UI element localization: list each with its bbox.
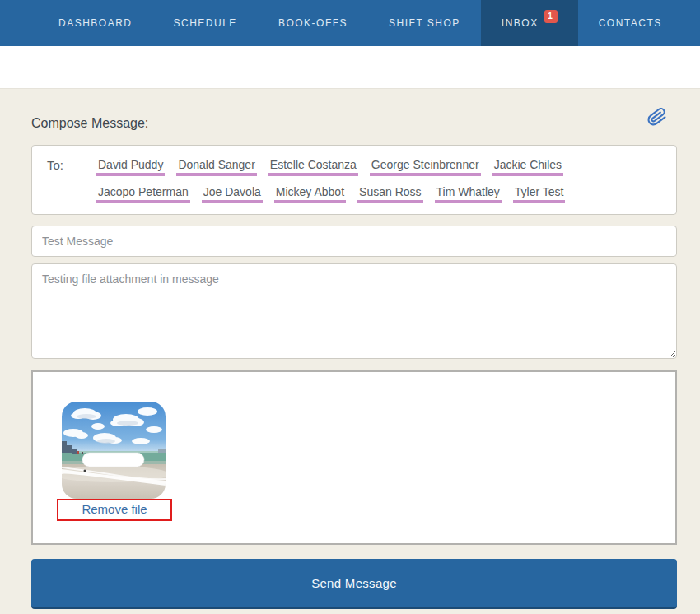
- message-textarea[interactable]: Testing file attachment in message: [31, 263, 677, 359]
- recipients-field[interactable]: To: David PuddyDonald SangerEstelle Cost…: [31, 145, 677, 215]
- header-spacer: [0, 46, 700, 89]
- nav-tab-label: SHIFT SHOP: [389, 17, 460, 29]
- compose-page: Compose Message: To: David PuddyDonald S…: [0, 89, 700, 609]
- recipient-chip[interactable]: Mickey Abbot: [274, 184, 346, 203]
- nav-tab[interactable]: BOOK-OFFS: [258, 0, 368, 46]
- to-label: To:: [47, 155, 96, 203]
- inbox-unread-badge: 1: [544, 10, 558, 23]
- nav-tab-label: SCHEDULE: [174, 17, 237, 29]
- recipient-chip[interactable]: Joe Davola: [202, 184, 263, 203]
- nav-tab[interactable]: CONTACTS: [578, 0, 683, 46]
- nav-tab[interactable]: DASHBOARD: [38, 0, 153, 46]
- nav-tab[interactable]: INBOX1: [481, 0, 578, 46]
- recipient-chip[interactable]: Donald Sanger: [176, 156, 256, 176]
- recipient-chip[interactable]: David Puddy: [96, 156, 165, 176]
- recipient-list: David PuddyDonald SangerEstelle Costanza…: [96, 155, 665, 203]
- recipient-chip[interactable]: Susan Ross: [357, 184, 422, 203]
- nav-tab-label: INBOX: [502, 17, 539, 29]
- recipient-chip[interactable]: George Steinbrenner: [370, 156, 481, 176]
- attachment-thumbnail-beach-photo[interactable]: [62, 402, 166, 499]
- nav-tab[interactable]: SHIFT SHOP: [368, 0, 481, 46]
- remove-file-link[interactable]: Remove file: [82, 502, 147, 516]
- top-nav: DASHBOARDSCHEDULEBOOK-OFFSSHIFT SHOPINBO…: [0, 0, 700, 46]
- subject-input[interactable]: [31, 226, 677, 257]
- attach-file-button[interactable]: [647, 106, 677, 131]
- nav-tab-label: CONTACTS: [599, 17, 662, 29]
- compose-header: Compose Message:: [31, 106, 677, 131]
- attachment-panel: Remove file: [31, 370, 677, 545]
- recipient-chip[interactable]: Jacopo Peterman: [96, 184, 190, 203]
- nav-tab-label: DASHBOARD: [58, 17, 133, 29]
- send-message-button[interactable]: Send Message: [31, 559, 677, 609]
- recipient-chip[interactable]: Estelle Costanza: [268, 156, 358, 176]
- recipient-chip[interactable]: Tyler Test: [513, 184, 566, 203]
- recipient-chip[interactable]: Jackie Chiles: [492, 156, 563, 176]
- recipient-chip[interactable]: Tim Whatley: [435, 184, 502, 203]
- page-title: Compose Message:: [31, 116, 148, 131]
- paperclip-icon: [647, 116, 667, 130]
- nav-tab-label: BOOK-OFFS: [278, 17, 348, 29]
- remove-file-highlight: Remove file: [57, 499, 172, 521]
- nav-tab[interactable]: SCHEDULE: [153, 0, 258, 46]
